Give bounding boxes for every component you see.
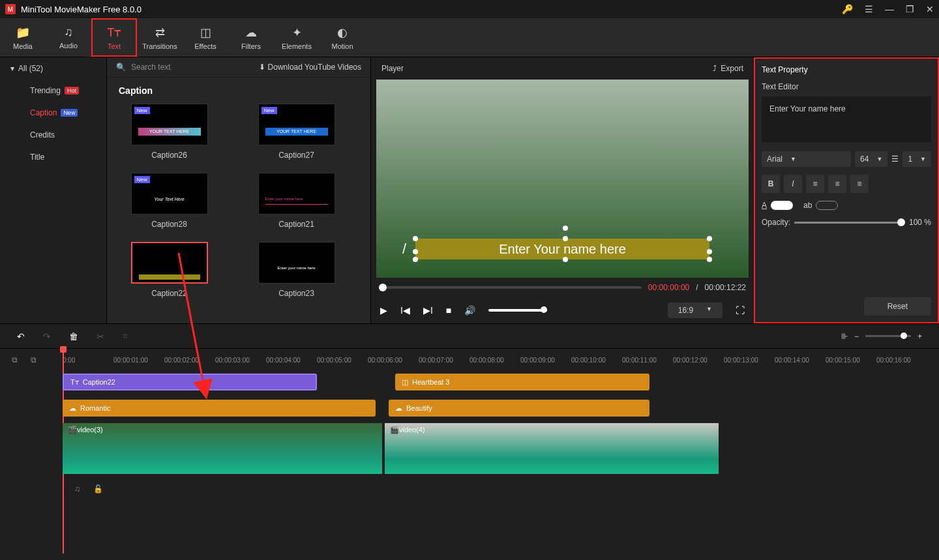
asset-item[interactable]: Caption22 — [119, 242, 220, 298]
seek-bar[interactable] — [379, 286, 642, 289]
ruler-tick: 00:00:06:00 — [368, 357, 419, 364]
align-center-button[interactable]: ≡ — [828, 175, 846, 193]
text-editor-input[interactable]: Enter Your name here — [762, 96, 931, 142]
prev-frame-button[interactable]: I◀ — [400, 305, 410, 316]
outline-color-label: ab — [803, 201, 812, 210]
zoom-slider[interactable] — [865, 335, 911, 337]
minimize-button[interactable]: — — [885, 4, 894, 14]
ruler-tick: 00:00:09:00 — [520, 357, 571, 364]
clip-heartbeat[interactable]: ◫Heartbeat 3 — [395, 374, 649, 391]
opacity-slider[interactable] — [794, 222, 905, 224]
asset-item[interactable]: Enter your name hereCaption23 — [246, 242, 347, 298]
next-frame-button[interactable]: ▶I — [423, 305, 433, 316]
ruler-tick: 00:00:12:00 — [673, 357, 724, 364]
music-icon[interactable]: ♫ — [74, 484, 80, 494]
fit-timeline-icon[interactable]: ⊪ — [841, 332, 848, 341]
stop-button[interactable]: ■ — [446, 305, 451, 316]
tab-text[interactable]: TᴛText — [91, 18, 137, 57]
app-title: MiniTool MovieMaker Free 8.0.0 — [21, 5, 842, 14]
sidebar-item-title[interactable]: Title — [0, 146, 106, 168]
fullscreen-button[interactable]: ⛶ — [736, 305, 745, 316]
filter-track[interactable]: 💾🔓 ☁Romantic ☁Beautify — [63, 397, 939, 419]
timeline-ruler[interactable]: ⧉⧉ 0:00 00:00:01:00 00:00:02:00 00:00:03… — [0, 349, 939, 371]
redo-button[interactable]: ↷ — [43, 331, 51, 342]
tab-motion[interactable]: ◐Motion — [320, 18, 365, 57]
sidebar-item-trending[interactable]: TrendingHot — [0, 80, 106, 102]
reset-button[interactable]: Reset — [864, 297, 931, 316]
tab-effects[interactable]: ◫Effects — [183, 18, 228, 57]
asset-label: Caption26 — [119, 151, 220, 160]
paste-icon[interactable]: ⧉ — [12, 355, 18, 364]
align-right-button[interactable]: ≡ — [850, 175, 869, 193]
sidebar-all[interactable]: ▾All (52) — [0, 57, 106, 80]
undo-button[interactable]: ↶ — [17, 331, 25, 342]
delete-button[interactable]: 🗑 — [69, 331, 78, 342]
download-youtube-button[interactable]: ⬇Download YouTube Videos — [259, 63, 361, 72]
maximize-button[interactable]: ❐ — [906, 4, 914, 14]
bold-button[interactable]: B — [762, 175, 780, 193]
audio-track[interactable]: ♫🔓 — [63, 478, 939, 500]
text-icon: Tᴛ — [70, 378, 79, 387]
text-overlay[interactable]: / Enter Your name here — [415, 239, 709, 259]
zoom-in-button[interactable]: + — [917, 332, 922, 341]
tab-filters[interactable]: ☁Filters — [228, 18, 274, 57]
search-input[interactable]: Search text — [131, 63, 254, 72]
play-button[interactable]: ▶ — [380, 305, 387, 316]
video-icon: 🎬 — [390, 426, 399, 434]
tab-audio[interactable]: ♫Audio — [46, 18, 91, 57]
font-size-select[interactable]: 64▼ — [855, 151, 887, 167]
sidebar-item-caption[interactable]: CaptionNew — [0, 102, 106, 124]
crop-button[interactable]: ⌗ — [123, 331, 128, 342]
outline-color-picker[interactable] — [816, 201, 838, 210]
volume-slider[interactable] — [488, 309, 547, 312]
sidebar-all-label: All (52) — [18, 64, 43, 73]
hot-badge: Hot — [65, 87, 79, 95]
video-preview[interactable]: / Enter Your name here — [376, 80, 749, 278]
player-label: Player — [381, 64, 713, 73]
asset-item[interactable]: NewYOUR TEXT HERECaption26 — [119, 104, 220, 160]
align-left-button[interactable]: ≡ — [806, 175, 824, 193]
text-color-label: A — [762, 201, 767, 210]
section-title: Caption — [107, 78, 370, 104]
menu-icon[interactable]: ☰ — [865, 4, 873, 14]
clip-caption[interactable]: TᴛCaption22 — [63, 374, 317, 391]
zoom-out-button[interactable]: − — [854, 332, 859, 341]
sidebar-item-credits[interactable]: Credits — [0, 124, 106, 146]
volume-icon[interactable]: 🔊 — [464, 305, 475, 316]
elements-icon: ✦ — [292, 25, 302, 40]
clip-beautify[interactable]: ☁Beautify — [389, 400, 649, 417]
asset-item[interactable]: NewYOUR TEXT HERECaption27 — [246, 104, 347, 160]
chevron-down-icon: ▼ — [706, 306, 712, 315]
tab-label: Audio — [59, 42, 78, 50]
clip-video2[interactable]: 🎬video(4) — [385, 423, 719, 474]
search-icon[interactable]: 🔍 — [116, 63, 126, 72]
tab-elements[interactable]: ✦Elements — [274, 18, 320, 57]
clip-romantic[interactable]: ☁Romantic — [63, 400, 376, 417]
video-track[interactable]: 💾🔓 🎬video(3) 🎬video(4) — [63, 423, 939, 474]
copy-icon[interactable]: ⧉ — [31, 355, 37, 364]
asset-grid: NewYOUR TEXT HERECaption26 NewYOUR TEXT … — [107, 104, 370, 298]
clip-video1[interactable]: 🎬video(3) — [63, 423, 382, 474]
line-spacing-icon: ☰ — [891, 155, 899, 164]
line-height-select[interactable]: 1▼ — [902, 151, 931, 167]
aspect-ratio-select[interactable]: 16:9▼ — [668, 302, 723, 318]
split-button[interactable]: ✂ — [97, 331, 104, 342]
font-select[interactable]: Arial▼ — [762, 151, 851, 167]
download-icon: ⬇ — [259, 63, 265, 72]
tab-media[interactable]: 📁Media — [0, 18, 46, 57]
key-icon[interactable]: 🔑 — [842, 4, 853, 14]
transitions-icon: ⇄ — [155, 25, 165, 40]
time-sep: / — [696, 283, 698, 292]
lock-icon[interactable]: 🔓 — [93, 484, 103, 494]
asset-item[interactable]: NewYour Text HereCaption28 — [119, 173, 220, 229]
text-track[interactable]: 💾🔓 TᴛCaption22 ◫Heartbeat 3 — [63, 371, 939, 393]
overlay-text: Enter Your name here — [499, 242, 626, 257]
asset-label: Caption21 — [246, 220, 347, 229]
asset-item[interactable]: Enter your name hereCaption21 — [246, 173, 347, 229]
export-button[interactable]: ⤴Export — [713, 64, 743, 73]
ruler-tick: 00:00:16:00 — [876, 357, 927, 364]
tab-transitions[interactable]: ⇄Transitions — [137, 18, 183, 57]
italic-button[interactable]: I — [784, 175, 802, 193]
text-color-picker[interactable] — [771, 201, 793, 210]
close-button[interactable]: ✕ — [926, 4, 934, 14]
